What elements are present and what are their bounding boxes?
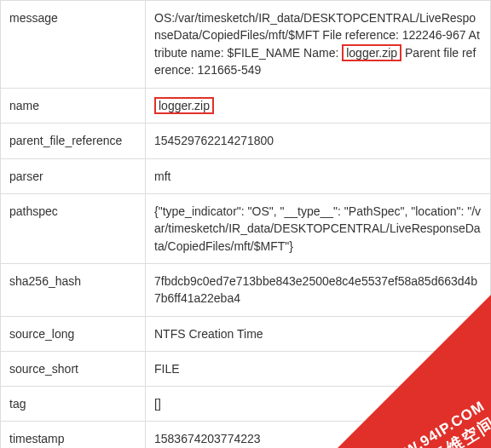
- attr-key-timestamp: timestamp: [1, 422, 146, 448]
- attr-key-source-short: source_short: [1, 351, 146, 386]
- attr-value-timestamp: 1583674203774223: [146, 422, 491, 448]
- table-row: message OS:/var/timesketch/IR_data/DESKT…: [1, 1, 491, 89]
- table-row: source_long NTFS Creation Time: [1, 316, 491, 351]
- highlight-logger-zip: logger.zip: [342, 44, 401, 62]
- table-row: name logger.zip: [1, 88, 491, 123]
- table-row: parent_file_reference 154529762214271800: [1, 123, 491, 158]
- table-row: sha256_hash 7fbdcb9c0ed7e713bbe843e2500e…: [1, 263, 491, 316]
- attr-key-parser: parser: [1, 158, 146, 193]
- highlight-logger-zip: logger.zip: [154, 97, 214, 115]
- attr-key-name: name: [1, 88, 146, 123]
- attr-key-pathspec: pathspec: [1, 194, 146, 264]
- table-row: tag []: [1, 387, 491, 422]
- table-row: timestamp 1583674203774223: [1, 422, 491, 448]
- attr-key-message: message: [1, 1, 146, 89]
- attributes-table: message OS:/var/timesketch/IR_data/DESKT…: [0, 0, 491, 448]
- table-row: source_short FILE: [1, 351, 491, 386]
- attr-key-sha256-hash: sha256_hash: [1, 263, 146, 316]
- attr-value-tag: []: [146, 387, 491, 422]
- attr-key-source-long: source_long: [1, 316, 146, 351]
- attr-value-name: logger.zip: [146, 88, 491, 123]
- attr-value-source-short: FILE: [146, 351, 491, 386]
- attr-key-tag: tag: [1, 387, 146, 422]
- attr-value-pathspec: {"type_indicator": "OS", "__type__": "Pa…: [146, 194, 491, 264]
- attr-value-sha256-hash: 7fbdcb9c0ed7e713bbe843e2500e8c4e5537ef58…: [146, 263, 491, 316]
- table-row: parser mft: [1, 158, 491, 193]
- attr-key-parent-file-reference: parent_file_reference: [1, 123, 146, 158]
- attr-value-message: OS:/var/timesketch/IR_data/DESKTOPCENTRA…: [146, 1, 491, 89]
- attr-value-source-long: NTFS Creation Time: [146, 316, 491, 351]
- table-row: pathspec {"type_indicator": "OS", "__typ…: [1, 194, 491, 264]
- attr-value-parent-file-reference: 154529762214271800: [146, 123, 491, 158]
- attr-value-parser: mft: [146, 158, 491, 193]
